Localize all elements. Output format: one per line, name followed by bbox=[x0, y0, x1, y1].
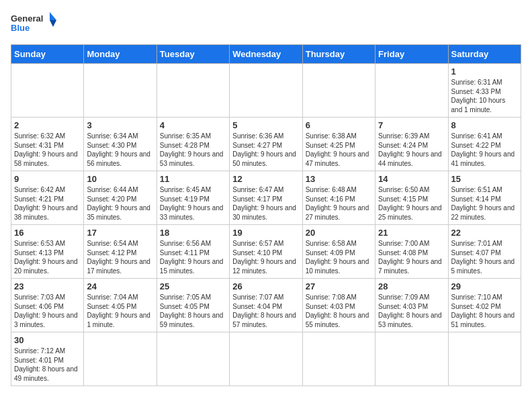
day-number: 15 bbox=[451, 174, 518, 184]
svg-marker-3 bbox=[50, 20, 56, 27]
calendar-cell bbox=[302, 332, 375, 386]
day-number: 14 bbox=[378, 174, 445, 184]
day-info: Sunrise: 7:00 AMSunset: 4:08 PMDaylight:… bbox=[378, 239, 445, 275]
calendar-cell: 23Sunrise: 7:03 AMSunset: 4:06 PMDayligh… bbox=[11, 279, 84, 332]
day-info: Sunrise: 7:03 AMSunset: 4:06 PMDaylight:… bbox=[14, 293, 81, 329]
header-tuesday: Tuesday bbox=[157, 45, 229, 64]
day-number: 10 bbox=[87, 174, 153, 184]
day-info: Sunrise: 6:41 AMSunset: 4:22 PMDaylight:… bbox=[451, 132, 518, 168]
day-number: 25 bbox=[160, 281, 226, 291]
day-info: Sunrise: 6:48 AMSunset: 4:16 PMDaylight:… bbox=[306, 185, 372, 222]
calendar-week-row: 30Sunrise: 7:12 AMSunset: 4:01 PMDayligh… bbox=[11, 332, 521, 386]
calendar-cell: 1Sunrise: 6:31 AMSunset: 4:33 PMDaylight… bbox=[448, 64, 521, 118]
calendar-cell: 10Sunrise: 6:44 AMSunset: 4:20 PMDayligh… bbox=[84, 171, 157, 225]
calendar-cell bbox=[84, 332, 157, 386]
day-number: 13 bbox=[306, 174, 372, 184]
day-info: Sunrise: 6:51 AMSunset: 4:14 PMDaylight:… bbox=[451, 185, 518, 222]
day-number: 9 bbox=[14, 174, 81, 184]
calendar-cell bbox=[157, 332, 229, 386]
day-number: 24 bbox=[87, 281, 153, 291]
calendar-cell: 30Sunrise: 7:12 AMSunset: 4:01 PMDayligh… bbox=[11, 332, 84, 386]
calendar-cell: 15Sunrise: 6:51 AMSunset: 4:14 PMDayligh… bbox=[448, 171, 521, 225]
calendar-cell: 19Sunrise: 6:57 AMSunset: 4:10 PMDayligh… bbox=[230, 225, 302, 279]
calendar-cell bbox=[375, 332, 448, 386]
svg-text:Blue: Blue bbox=[11, 23, 30, 33]
calendar-cell bbox=[84, 64, 157, 118]
day-number: 1 bbox=[451, 66, 518, 77]
day-number: 20 bbox=[306, 228, 372, 238]
day-info: Sunrise: 7:08 AMSunset: 4:03 PMDaylight:… bbox=[306, 293, 372, 329]
day-info: Sunrise: 7:07 AMSunset: 4:04 PMDaylight:… bbox=[232, 293, 299, 329]
calendar-cell: 8Sunrise: 6:41 AMSunset: 4:22 PMDaylight… bbox=[448, 118, 521, 171]
day-number: 17 bbox=[87, 228, 153, 238]
calendar-header-row: SundayMondayTuesdayWednesdayThursdayFrid… bbox=[11, 45, 521, 64]
calendar-cell: 13Sunrise: 6:48 AMSunset: 4:16 PMDayligh… bbox=[302, 171, 375, 225]
day-number: 4 bbox=[160, 120, 226, 130]
day-info: Sunrise: 6:56 AMSunset: 4:11 PMDaylight:… bbox=[160, 239, 226, 275]
svg-marker-2 bbox=[50, 12, 56, 20]
calendar-cell: 12Sunrise: 6:47 AMSunset: 4:17 PMDayligh… bbox=[230, 171, 302, 225]
logo: General Blue bbox=[11, 11, 58, 39]
svg-text:General: General bbox=[11, 13, 43, 24]
calendar-cell: 6Sunrise: 6:38 AMSunset: 4:25 PMDaylight… bbox=[302, 118, 375, 171]
calendar-cell bbox=[230, 64, 302, 118]
calendar-week-row: 2Sunrise: 6:32 AMSunset: 4:31 PMDaylight… bbox=[11, 118, 521, 171]
day-number: 5 bbox=[232, 120, 299, 130]
calendar-cell: 17Sunrise: 6:54 AMSunset: 4:12 PMDayligh… bbox=[84, 225, 157, 279]
calendar-cell bbox=[157, 64, 229, 118]
calendar-cell: 20Sunrise: 6:58 AMSunset: 4:09 PMDayligh… bbox=[302, 225, 375, 279]
day-number: 6 bbox=[306, 120, 372, 130]
header-wednesday: Wednesday bbox=[230, 45, 302, 64]
calendar-cell: 21Sunrise: 7:00 AMSunset: 4:08 PMDayligh… bbox=[375, 225, 448, 279]
day-info: Sunrise: 7:12 AMSunset: 4:01 PMDaylight:… bbox=[14, 347, 81, 383]
day-info: Sunrise: 7:09 AMSunset: 4:03 PMDaylight:… bbox=[378, 293, 445, 329]
day-info: Sunrise: 6:32 AMSunset: 4:31 PMDaylight:… bbox=[14, 132, 81, 168]
day-info: Sunrise: 6:42 AMSunset: 4:21 PMDaylight:… bbox=[14, 185, 81, 222]
day-number: 11 bbox=[160, 174, 226, 184]
day-number: 19 bbox=[232, 228, 299, 238]
day-info: Sunrise: 6:34 AMSunset: 4:30 PMDaylight:… bbox=[87, 132, 153, 168]
day-info: Sunrise: 6:47 AMSunset: 4:17 PMDaylight:… bbox=[232, 185, 299, 222]
calendar-cell: 22Sunrise: 7:01 AMSunset: 4:07 PMDayligh… bbox=[448, 225, 521, 279]
day-info: Sunrise: 7:05 AMSunset: 4:05 PMDaylight:… bbox=[160, 293, 226, 329]
header-sunday: Sunday bbox=[11, 45, 84, 64]
calendar-cell: 14Sunrise: 6:50 AMSunset: 4:15 PMDayligh… bbox=[375, 171, 448, 225]
calendar-table: SundayMondayTuesdayWednesdayThursdayFrid… bbox=[11, 44, 521, 386]
day-info: Sunrise: 6:58 AMSunset: 4:09 PMDaylight:… bbox=[306, 239, 372, 275]
day-number: 8 bbox=[451, 120, 518, 130]
calendar-cell: 3Sunrise: 6:34 AMSunset: 4:30 PMDaylight… bbox=[84, 118, 157, 171]
calendar-cell bbox=[230, 332, 302, 386]
calendar-week-row: 23Sunrise: 7:03 AMSunset: 4:06 PMDayligh… bbox=[11, 279, 521, 332]
calendar-cell: 24Sunrise: 7:04 AMSunset: 4:05 PMDayligh… bbox=[84, 279, 157, 332]
calendar-cell bbox=[448, 332, 521, 386]
day-info: Sunrise: 7:10 AMSunset: 4:02 PMDaylight:… bbox=[451, 293, 518, 329]
calendar-week-row: 16Sunrise: 6:53 AMSunset: 4:13 PMDayligh… bbox=[11, 225, 521, 279]
calendar-cell bbox=[11, 64, 84, 118]
calendar-cell bbox=[302, 64, 375, 118]
day-info: Sunrise: 6:35 AMSunset: 4:28 PMDaylight:… bbox=[160, 132, 226, 168]
day-info: Sunrise: 6:36 AMSunset: 4:27 PMDaylight:… bbox=[232, 132, 299, 168]
calendar-week-row: 1Sunrise: 6:31 AMSunset: 4:33 PMDaylight… bbox=[11, 64, 521, 118]
calendar-cell: 27Sunrise: 7:08 AMSunset: 4:03 PMDayligh… bbox=[302, 279, 375, 332]
calendar-cell: 5Sunrise: 6:36 AMSunset: 4:27 PMDaylight… bbox=[230, 118, 302, 171]
logo-svg: General Blue bbox=[11, 11, 58, 39]
day-number: 27 bbox=[306, 281, 372, 291]
header-friday: Friday bbox=[375, 45, 448, 64]
day-info: Sunrise: 6:45 AMSunset: 4:19 PMDaylight:… bbox=[160, 185, 226, 222]
day-info: Sunrise: 6:54 AMSunset: 4:12 PMDaylight:… bbox=[87, 239, 153, 275]
day-info: Sunrise: 6:44 AMSunset: 4:20 PMDaylight:… bbox=[87, 185, 153, 222]
header-monday: Monday bbox=[84, 45, 157, 64]
day-number: 22 bbox=[451, 228, 518, 238]
day-info: Sunrise: 6:39 AMSunset: 4:24 PMDaylight:… bbox=[378, 132, 445, 168]
calendar-cell: 25Sunrise: 7:05 AMSunset: 4:05 PMDayligh… bbox=[157, 279, 229, 332]
day-number: 16 bbox=[14, 228, 81, 238]
day-info: Sunrise: 7:04 AMSunset: 4:05 PMDaylight:… bbox=[87, 293, 153, 329]
day-number: 3 bbox=[87, 120, 153, 130]
calendar-cell: 2Sunrise: 6:32 AMSunset: 4:31 PMDaylight… bbox=[11, 118, 84, 171]
day-number: 18 bbox=[160, 228, 226, 238]
header-saturday: Saturday bbox=[448, 45, 521, 64]
calendar-cell: 18Sunrise: 6:56 AMSunset: 4:11 PMDayligh… bbox=[157, 225, 229, 279]
day-number: 7 bbox=[378, 120, 445, 130]
day-info: Sunrise: 6:38 AMSunset: 4:25 PMDaylight:… bbox=[306, 132, 372, 168]
day-info: Sunrise: 6:50 AMSunset: 4:15 PMDaylight:… bbox=[378, 185, 445, 222]
